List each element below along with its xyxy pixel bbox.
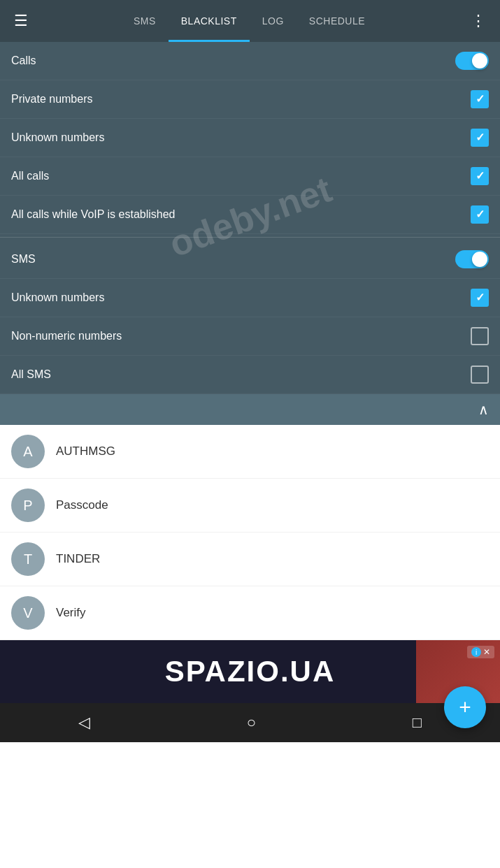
- hamburger-icon[interactable]: ☰: [8, 8, 34, 34]
- top-navigation: ☰ SMS BLACKLIST LOG SCHEDULE ⋮: [0, 0, 500, 42]
- calls-toggle-row: Calls: [0, 42, 500, 80]
- ad-banner-text[interactable]: SPAZIO.UA: [165, 655, 336, 688]
- calls-section: Calls Private numbers Unknown numbers Al…: [0, 42, 500, 425]
- avatar-passcode: P: [11, 489, 45, 522]
- tab-blacklist[interactable]: BLACKLIST: [169, 0, 250, 42]
- list-item-passcode[interactable]: P Passcode: [0, 479, 500, 533]
- all-sms-label: All SMS: [11, 368, 51, 381]
- non-numeric-label: Non-numeric numbers: [11, 330, 122, 342]
- add-button[interactable]: +: [444, 686, 486, 728]
- ad-banner: SPAZIO.UA i ✕: [0, 640, 500, 703]
- all-calls-label: All calls: [11, 170, 49, 182]
- private-numbers-label: Private numbers: [11, 93, 93, 106]
- collapse-row: ∧: [0, 394, 500, 425]
- nav-tabs: SMS BLACKLIST LOG SCHEDULE: [34, 0, 465, 42]
- all-sms-checkbox[interactable]: [471, 366, 489, 384]
- blacklist-items-section: A AUTHMSG P Passcode T TINDER V Verify: [0, 425, 500, 640]
- ad-close-button[interactable]: i ✕: [467, 646, 494, 658]
- home-button[interactable]: ○: [233, 708, 270, 737]
- calls-toggle[interactable]: [455, 52, 489, 70]
- unknown-numbers-calls-checkbox[interactable]: [471, 129, 489, 147]
- all-calls-row: All calls: [0, 157, 500, 196]
- divider: [0, 237, 500, 238]
- private-numbers-checkbox[interactable]: [471, 90, 489, 108]
- list-item-verify[interactable]: V Verify: [0, 586, 500, 640]
- avatar-authmsg: A: [11, 435, 45, 468]
- sms-label: SMS: [11, 253, 36, 266]
- tab-sms[interactable]: SMS: [121, 0, 169, 42]
- all-calls-checkbox[interactable]: [471, 167, 489, 185]
- avatar-verify: V: [11, 596, 45, 630]
- calls-label: Calls: [11, 55, 36, 67]
- avatar-tinder: T: [11, 542, 45, 576]
- unknown-numbers-sms-checkbox[interactable]: [471, 289, 489, 307]
- list-item-authmsg[interactable]: A AUTHMSG: [0, 425, 500, 479]
- unknown-numbers-sms-label: Unknown numbers: [11, 291, 104, 304]
- ad-close-label[interactable]: ✕: [483, 647, 490, 657]
- voip-calls-row: All calls while VoIP is established: [0, 196, 500, 234]
- private-numbers-row: Private numbers: [0, 80, 500, 119]
- sms-toggle-row: SMS: [0, 240, 500, 279]
- ad-info-icon: i: [471, 647, 481, 657]
- all-sms-row: All SMS: [0, 356, 500, 394]
- bottom-navigation: ◁ ○ □: [0, 703, 500, 742]
- unknown-numbers-calls-row: Unknown numbers: [0, 119, 500, 157]
- collapse-icon[interactable]: ∧: [478, 401, 489, 418]
- sms-toggle[interactable]: [455, 250, 489, 268]
- tab-schedule[interactable]: SCHEDULE: [297, 0, 378, 42]
- tab-log[interactable]: LOG: [250, 0, 297, 42]
- non-numeric-checkbox[interactable]: [471, 327, 489, 345]
- voip-calls-label: All calls while VoIP is established: [11, 208, 176, 221]
- list-item-name-authmsg: AUTHMSG: [56, 444, 115, 458]
- back-button[interactable]: ◁: [64, 708, 104, 737]
- list-item-name-verify: Verify: [56, 606, 86, 620]
- list-item-tinder[interactable]: T TINDER: [0, 533, 500, 586]
- list-item-name-tinder: TINDER: [56, 552, 100, 566]
- more-options-icon[interactable]: ⋮: [465, 6, 492, 36]
- voip-calls-checkbox[interactable]: [471, 205, 489, 224]
- non-numeric-row: Non-numeric numbers: [0, 317, 500, 356]
- recents-button[interactable]: □: [399, 708, 436, 737]
- list-item-name-passcode: Passcode: [56, 498, 108, 512]
- unknown-numbers-sms-row: Unknown numbers: [0, 279, 500, 317]
- unknown-numbers-calls-label: Unknown numbers: [11, 131, 104, 144]
